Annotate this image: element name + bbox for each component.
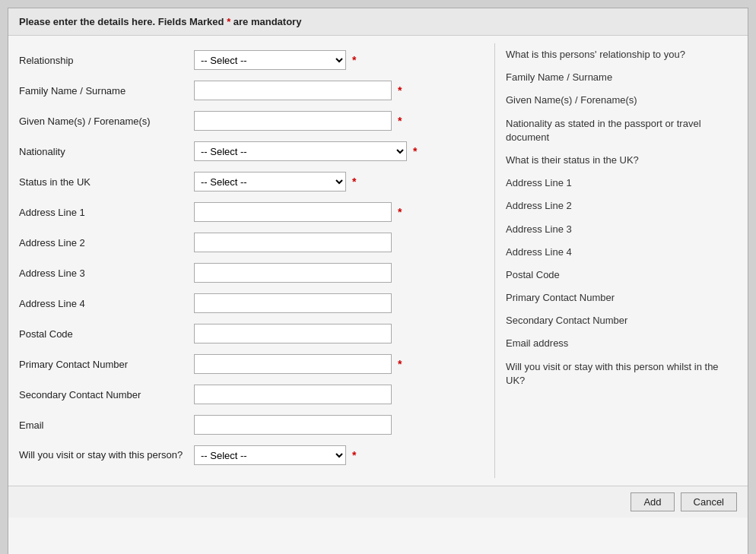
dialog-body: Relationship -- Select -- * Family Name … bbox=[8, 36, 748, 486]
help-item-primary-contact: Primary Contact Number bbox=[506, 291, 737, 305]
visit-stay-label: Will you visit or stay with this person? bbox=[19, 449, 194, 462]
postal-code-row: Postal Code bbox=[19, 321, 484, 346]
secondary-contact-wrap bbox=[194, 385, 484, 404]
postal-code-input[interactable] bbox=[194, 324, 392, 343]
help-item-address4: Address Line 4 bbox=[506, 245, 737, 259]
address1-required: * bbox=[398, 206, 402, 218]
address1-input[interactable] bbox=[194, 202, 392, 222]
help-item-given-name: Given Name(s) / Forename(s) bbox=[506, 93, 737, 107]
status-uk-label: Status in the UK bbox=[19, 176, 194, 188]
address1-row: Address Line 1 * bbox=[19, 200, 484, 224]
email-row: Email bbox=[19, 413, 484, 437]
help-section: What is this persons' relationship to yo… bbox=[495, 43, 748, 478]
postal-code-label: Postal Code bbox=[19, 328, 194, 340]
header-text-after: are mandatory bbox=[230, 16, 301, 27]
address4-wrap bbox=[194, 293, 484, 313]
dialog-header: Please enter the details here. Fields Ma… bbox=[8, 8, 748, 36]
header-text: Please enter the details here. Fields Ma… bbox=[19, 16, 227, 27]
visit-stay-row: Will you visit or stay with this person?… bbox=[19, 443, 484, 467]
nationality-select[interactable]: -- Select -- bbox=[194, 141, 407, 161]
family-name-required: * bbox=[398, 84, 402, 97]
relationship-label: Relationship bbox=[19, 55, 194, 66]
family-name-row: Family Name / Surname * bbox=[19, 78, 484, 103]
relationship-select[interactable]: -- Select -- bbox=[194, 50, 346, 70]
given-name-required: * bbox=[398, 115, 402, 127]
nationality-label: Nationality bbox=[19, 146, 194, 157]
address4-input[interactable] bbox=[194, 293, 392, 313]
help-item-nationality: Nationality as stated in the passport or… bbox=[506, 117, 737, 144]
address4-row: Address Line 4 bbox=[19, 291, 484, 315]
given-name-row: Given Name(s) / Forename(s) * bbox=[19, 109, 484, 133]
dialog-footer: Add Cancel bbox=[8, 486, 748, 518]
status-uk-select[interactable]: -- Select -- bbox=[194, 172, 346, 192]
address2-row: Address Line 2 bbox=[19, 230, 484, 255]
help-item-address3: Address Line 3 bbox=[506, 223, 737, 236]
nationality-row: Nationality -- Select -- * bbox=[19, 139, 484, 163]
address2-wrap bbox=[194, 233, 484, 252]
help-item-address1: Address Line 1 bbox=[506, 176, 737, 190]
postal-code-wrap bbox=[194, 324, 484, 343]
given-name-wrap: * bbox=[194, 111, 484, 131]
address2-label: Address Line 2 bbox=[19, 237, 194, 249]
secondary-contact-row: Secondary Contact Number bbox=[19, 382, 484, 407]
visit-stay-required: * bbox=[352, 449, 356, 461]
relationship-row: Relationship -- Select -- * bbox=[19, 48, 484, 72]
secondary-contact-label: Secondary Contact Number bbox=[19, 389, 194, 400]
status-uk-wrap: -- Select -- * bbox=[194, 172, 484, 192]
help-item-family-name: Family Name / Surname bbox=[506, 71, 737, 84]
given-name-label: Given Name(s) / Forename(s) bbox=[19, 116, 194, 127]
address3-wrap bbox=[194, 263, 484, 283]
secondary-contact-input[interactable] bbox=[194, 385, 392, 404]
cancel-button[interactable]: Cancel bbox=[681, 492, 737, 511]
address1-label: Address Line 1 bbox=[19, 207, 194, 218]
add-button[interactable]: Add bbox=[631, 492, 674, 511]
primary-contact-wrap: * bbox=[194, 354, 484, 374]
help-item-status-uk: What is their status in the UK? bbox=[506, 154, 737, 167]
status-uk-required: * bbox=[352, 176, 356, 188]
status-uk-row: Status in the UK -- Select -- * bbox=[19, 169, 484, 194]
given-name-input[interactable] bbox=[194, 111, 392, 131]
help-item-email: Email address bbox=[506, 337, 737, 350]
help-item-address2: Address Line 2 bbox=[506, 199, 737, 213]
dialog: Please enter the details here. Fields Ma… bbox=[8, 8, 748, 554]
help-item-postal-code: Postal Code bbox=[506, 268, 737, 282]
address3-label: Address Line 3 bbox=[19, 268, 194, 279]
primary-contact-required: * bbox=[398, 358, 402, 370]
help-item-relationship: What is this persons' relationship to yo… bbox=[506, 48, 737, 62]
address3-input[interactable] bbox=[194, 263, 392, 283]
primary-contact-input[interactable] bbox=[194, 354, 392, 374]
primary-contact-label: Primary Contact Number bbox=[19, 359, 194, 370]
family-name-label: Family Name / Surname bbox=[19, 85, 194, 97]
nationality-required: * bbox=[413, 145, 417, 157]
relationship-wrap: -- Select -- * bbox=[194, 50, 484, 70]
address4-label: Address Line 4 bbox=[19, 298, 194, 309]
help-item-secondary-contact: Secondary Contact Number bbox=[506, 314, 737, 328]
nationality-wrap: -- Select -- * bbox=[194, 141, 484, 161]
address2-input[interactable] bbox=[194, 233, 392, 252]
relationship-required: * bbox=[352, 54, 356, 66]
form-section: Relationship -- Select -- * Family Name … bbox=[8, 43, 495, 478]
primary-contact-row: Primary Contact Number * bbox=[19, 352, 484, 376]
visit-stay-select[interactable]: -- Select -- bbox=[194, 445, 346, 465]
address1-wrap: * bbox=[194, 202, 484, 222]
email-wrap bbox=[194, 415, 484, 435]
email-input[interactable] bbox=[194, 415, 392, 435]
email-label: Email bbox=[19, 419, 194, 431]
help-item-visit-stay: Will you visit or stay with this person … bbox=[506, 360, 737, 388]
address3-row: Address Line 3 bbox=[19, 261, 484, 285]
family-name-input[interactable] bbox=[194, 81, 392, 100]
family-name-wrap: * bbox=[194, 81, 484, 100]
visit-stay-wrap: -- Select -- * bbox=[194, 445, 484, 465]
